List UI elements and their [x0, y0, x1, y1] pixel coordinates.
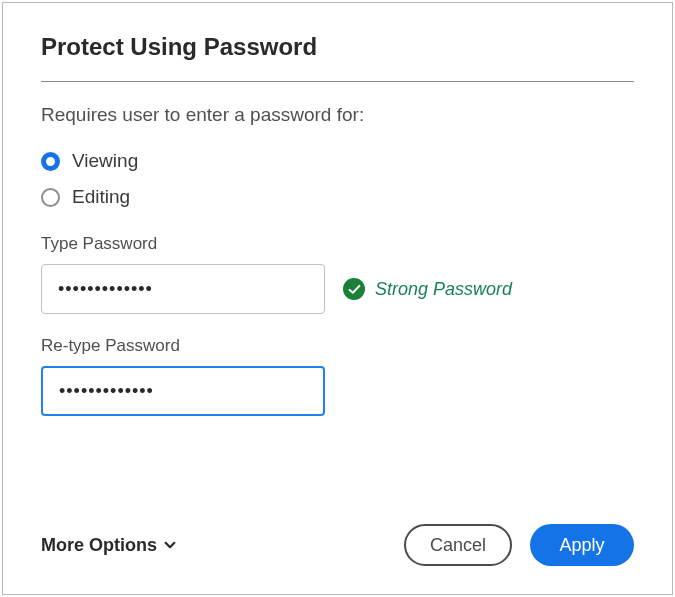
chevron-down-icon: [163, 538, 177, 552]
more-options-toggle[interactable]: More Options: [41, 535, 177, 556]
access-mode-radio-group: Viewing Editing: [41, 150, 634, 208]
password-strength-text: Strong Password: [375, 279, 512, 300]
viewing-radio[interactable]: Viewing: [41, 150, 634, 172]
dialog-footer: More Options Cancel Apply: [41, 524, 634, 566]
description-text: Requires user to enter a password for:: [41, 104, 634, 126]
radio-selected-icon: [41, 152, 60, 171]
type-password-input[interactable]: [41, 264, 325, 314]
viewing-label: Viewing: [72, 150, 138, 172]
editing-radio[interactable]: Editing: [41, 186, 634, 208]
retype-password-group: Re-type Password: [41, 336, 634, 416]
password-strength-indicator: Strong Password: [343, 278, 512, 300]
action-buttons: Cancel Apply: [404, 524, 634, 566]
radio-unselected-icon: [41, 188, 60, 207]
type-password-label: Type Password: [41, 234, 634, 254]
check-circle-icon: [343, 278, 365, 300]
dialog-title: Protect Using Password: [41, 33, 634, 82]
retype-password-input[interactable]: [41, 366, 325, 416]
cancel-button[interactable]: Cancel: [404, 524, 512, 566]
protect-password-dialog: Protect Using Password Requires user to …: [2, 2, 673, 595]
apply-button[interactable]: Apply: [530, 524, 634, 566]
more-options-label: More Options: [41, 535, 157, 556]
type-password-group: Type Password Strong Password: [41, 234, 634, 314]
retype-password-label: Re-type Password: [41, 336, 634, 356]
editing-label: Editing: [72, 186, 130, 208]
